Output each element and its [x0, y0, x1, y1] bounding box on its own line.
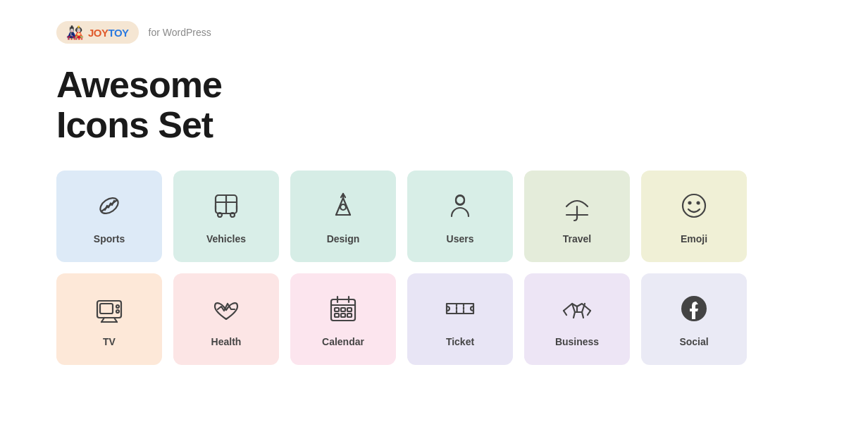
- users-label: Users: [447, 233, 474, 244]
- emoji-label: Emoji: [681, 233, 707, 244]
- icon-card-calendar[interactable]: Calendar: [290, 273, 396, 365]
- logo-text: JOYTOY: [88, 27, 129, 39]
- user-icon: [442, 188, 478, 223]
- handshake-label: Business: [555, 336, 599, 347]
- vehicles-label: Vehicles: [206, 233, 246, 244]
- compass-icon: [326, 188, 361, 223]
- icon-card-emoji[interactable]: Emoji: [641, 170, 747, 262]
- svg-point-25: [683, 194, 705, 217]
- tv-label: TV: [103, 336, 116, 347]
- bus-icon: [209, 188, 244, 223]
- icon-card-ticket[interactable]: Ticket: [407, 273, 513, 365]
- tagline: for WordPress: [149, 27, 211, 38]
- svg-line-2: [105, 206, 107, 210]
- calendar-label: Calendar: [322, 336, 364, 347]
- handshake-icon: [559, 291, 595, 326]
- facebook-label: Social: [679, 336, 708, 347]
- ticket-label: Ticket: [446, 336, 474, 347]
- icon-card-handshake[interactable]: Business: [524, 273, 630, 365]
- design-label: Design: [327, 233, 360, 244]
- svg-rect-44: [347, 314, 352, 317]
- svg-rect-39: [335, 308, 339, 311]
- travel-label: Travel: [563, 233, 591, 244]
- tv-icon: [92, 291, 127, 326]
- ticket-icon: [442, 291, 478, 326]
- icon-card-facebook[interactable]: Social: [641, 273, 747, 365]
- icon-card-users[interactable]: Users: [407, 170, 513, 262]
- svg-point-34: [116, 310, 119, 313]
- svg-rect-22: [456, 195, 464, 205]
- svg-point-27: [698, 202, 700, 204]
- svg-rect-32: [100, 304, 113, 314]
- svg-rect-42: [335, 314, 339, 317]
- heart-icon: [209, 291, 244, 326]
- icon-card-tv[interactable]: TV: [56, 273, 162, 365]
- svg-rect-41: [347, 308, 352, 311]
- icon-card-vehicles[interactable]: Vehicles: [173, 170, 279, 262]
- sports-label: Sports: [94, 233, 125, 244]
- icon-card-sports[interactable]: Sports: [56, 170, 162, 262]
- icon-card-health[interactable]: Health: [173, 273, 279, 365]
- svg-point-18: [340, 204, 346, 210]
- svg-line-3: [108, 204, 111, 208]
- icon-card-design[interactable]: Design: [290, 170, 396, 262]
- icon-card-travel[interactable]: Travel: [524, 170, 630, 262]
- calendar-icon: [326, 291, 361, 326]
- smiley-icon: [676, 188, 712, 223]
- football-icon: [92, 188, 127, 223]
- icon-grid-row2: TV Health: [56, 273, 812, 365]
- logo-badge: 🎎 JOYTOY: [56, 21, 139, 44]
- health-label: Health: [211, 336, 242, 347]
- header: 🎎 JOYTOY for WordPress: [56, 21, 812, 44]
- svg-point-26: [689, 202, 691, 204]
- facebook-icon: [676, 291, 712, 326]
- svg-rect-40: [341, 308, 345, 311]
- logo-emoji: 🎎: [66, 25, 84, 39]
- svg-point-33: [116, 305, 119, 308]
- umbrella-icon: [559, 188, 595, 223]
- icon-grid-row1: Sports Vehicles: [56, 170, 812, 262]
- svg-rect-43: [341, 314, 345, 317]
- page-title: Awesome Icons Set: [56, 65, 812, 145]
- svg-line-4: [112, 201, 114, 205]
